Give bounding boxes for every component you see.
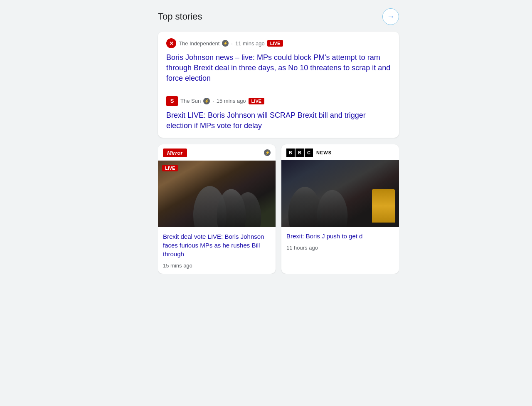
section-title: Top stories xyxy=(158,11,202,22)
parliament-gold-mace xyxy=(372,189,395,223)
card-header: Mirror ⚡ xyxy=(158,144,276,161)
article-meta: S The Sun ⚡ · 15 mins ago LIVE xyxy=(166,96,391,106)
sun-logo: S xyxy=(166,96,178,106)
bbc-boxes: B B C xyxy=(286,149,313,157)
main-articles-card: ✕ The Independent ⚡ · 11 mins ago LIVE B… xyxy=(158,32,399,138)
article-meta: ✕ The Independent ⚡ · 11 mins ago LIVE xyxy=(166,38,391,48)
source-name: The Sun xyxy=(180,98,201,104)
time-ago: 11 mins ago xyxy=(235,40,265,47)
card-header: B B C NEWS xyxy=(281,144,399,160)
card-time: 11 hours ago xyxy=(286,245,394,251)
card-image xyxy=(281,160,399,227)
see-more-button[interactable]: → xyxy=(382,8,399,25)
time-separator: · xyxy=(212,98,214,104)
article-headline[interactable]: Boris Johnson news – live: MPs could blo… xyxy=(166,52,391,84)
bbc-c: C xyxy=(305,149,313,157)
section-header: Top stories → xyxy=(158,4,399,27)
image-live-badge: LIVE xyxy=(162,165,178,171)
card-headline[interactable]: Brexit: Boris J push to get d xyxy=(286,232,394,240)
lightning-icon: ⚡ xyxy=(203,98,210,104)
cards-row: Mirror ⚡ LIVE Brexit deal vote LIVE: Bor… xyxy=(158,144,399,274)
article-row: ✕ The Independent ⚡ · 11 mins ago LIVE B… xyxy=(166,38,391,90)
bbc-logo: B B C NEWS xyxy=(286,149,332,157)
arrow-right-icon: → xyxy=(387,12,394,21)
bbc-card: B B C NEWS Brexit: Boris J push to xyxy=(281,144,399,274)
source-name: The Independent xyxy=(179,40,219,47)
card-time: 15 mins ago xyxy=(163,262,271,269)
card-body: Brexit deal vote LIVE: Boris Johnson fac… xyxy=(158,227,276,274)
card-headline[interactable]: Brexit deal vote LIVE: Boris Johnson fac… xyxy=(163,232,271,258)
article-headline[interactable]: Brexit LIVE: Boris Johnson will SCRAP Br… xyxy=(166,110,391,131)
page-wrapper: Top stories → ✕ The Independent ⚡ · 11 m… xyxy=(0,0,532,406)
card-body: Brexit: Boris J push to get d 11 hours a… xyxy=(281,227,399,256)
live-badge: LIVE xyxy=(249,98,264,104)
article-row: S The Sun ⚡ · 15 mins ago LIVE Brexit LI… xyxy=(166,90,391,131)
lightning-icon: ⚡ xyxy=(264,149,271,156)
content-area: Top stories → ✕ The Independent ⚡ · 11 m… xyxy=(158,4,399,402)
live-badge: LIVE xyxy=(267,40,283,47)
time-ago: · xyxy=(231,40,233,47)
bbc-b2: B xyxy=(296,149,304,157)
card-image: LIVE xyxy=(158,161,276,227)
bbc-b1: B xyxy=(286,149,295,157)
independent-logo: ✕ xyxy=(166,38,176,48)
bbc-news-label: NEWS xyxy=(316,150,332,155)
mirror-card: Mirror ⚡ LIVE Brexit deal vote LIVE: Bor… xyxy=(158,144,276,274)
time-ago: 15 mins ago xyxy=(217,98,246,104)
lightning-icon: ⚡ xyxy=(222,40,229,47)
mirror-logo: Mirror xyxy=(163,149,187,157)
